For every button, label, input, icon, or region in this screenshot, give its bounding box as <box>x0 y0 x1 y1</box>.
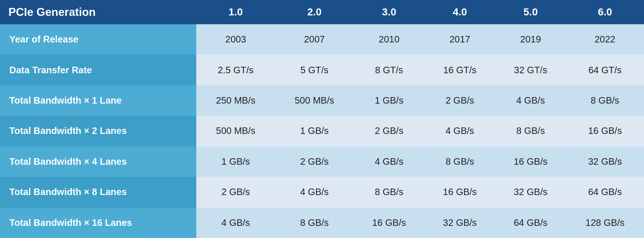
pcie-table-wrapper: PCIe Generation 1.0 2.0 3.0 4.0 5.0 6.0 … <box>0 0 644 238</box>
table-row: Total Bandwidth × 8 Lanes2 GB/s4 GB/s8 G… <box>0 177 644 207</box>
row-value: 2 GB/s <box>424 85 495 116</box>
row-value: 5 GT/s <box>275 55 354 85</box>
row-label: Total Bandwidth × 8 Lanes <box>0 177 196 207</box>
row-value: 2017 <box>424 24 495 55</box>
row-value: 2022 <box>566 24 644 55</box>
header-col-5: 5.0 <box>495 0 566 24</box>
row-value: 2 GB/s <box>196 177 275 207</box>
row-value: 500 MB/s <box>196 116 275 146</box>
row-value: 4 GB/s <box>196 208 275 238</box>
row-value: 4 GB/s <box>354 147 424 177</box>
table-row: Total Bandwidth × 1 Lane250 MB/s500 MB/s… <box>0 85 644 116</box>
row-label: Data Transfer Rate <box>0 55 196 85</box>
row-value: 8 GB/s <box>424 147 495 177</box>
row-value: 2019 <box>495 24 566 55</box>
row-label: Year of Release <box>0 24 196 55</box>
table-row: Data Transfer Rate2.5 GT/s5 GT/s8 GT/s16… <box>0 55 644 85</box>
header-col-1: 1.0 <box>196 0 275 24</box>
row-value: 2.5 GT/s <box>196 55 275 85</box>
row-value: 250 MB/s <box>196 85 275 116</box>
row-value: 1 GB/s <box>275 116 354 146</box>
row-value: 500 MB/s <box>275 85 354 116</box>
row-value: 8 GB/s <box>566 85 644 116</box>
row-value: 2 GB/s <box>354 116 424 146</box>
row-value: 8 GT/s <box>354 55 424 85</box>
row-value: 32 GT/s <box>495 55 566 85</box>
table-row: Total Bandwidth × 2 Lanes500 MB/s1 GB/s2… <box>0 116 644 146</box>
row-value: 16 GT/s <box>424 55 495 85</box>
row-value: 2007 <box>275 24 354 55</box>
table-row: Total Bandwidth × 4 Lanes1 GB/s2 GB/s4 G… <box>0 147 644 177</box>
row-value: 64 GB/s <box>495 208 566 238</box>
row-value: 2 GB/s <box>275 147 354 177</box>
header-col-2: 2.0 <box>275 0 354 24</box>
row-value: 64 GT/s <box>566 55 644 85</box>
row-value: 128 GB/s <box>566 208 644 238</box>
header-row: PCIe Generation 1.0 2.0 3.0 4.0 5.0 6.0 <box>0 0 644 24</box>
row-label: Total Bandwidth × 16 Lanes <box>0 208 196 238</box>
row-value: 4 GB/s <box>275 177 354 207</box>
row-value: 4 GB/s <box>424 116 495 146</box>
row-value: 16 GB/s <box>354 208 424 238</box>
header-col-6: 6.0 <box>566 0 644 24</box>
row-value: 16 GB/s <box>495 147 566 177</box>
row-value: 32 GB/s <box>424 208 495 238</box>
row-value: 32 GB/s <box>495 177 566 207</box>
row-value: 2003 <box>196 24 275 55</box>
table-row: Year of Release200320072010201720192022 <box>0 24 644 55</box>
row-value: 8 GB/s <box>354 177 424 207</box>
header-col-generation: PCIe Generation <box>0 0 196 24</box>
header-col-4: 4.0 <box>424 0 495 24</box>
row-value: 8 GB/s <box>275 208 354 238</box>
row-value: 16 GB/s <box>424 177 495 207</box>
row-value: 16 GB/s <box>566 116 644 146</box>
row-value: 64 GB/s <box>566 177 644 207</box>
row-value: 8 GB/s <box>495 116 566 146</box>
row-label: Total Bandwidth × 1 Lane <box>0 85 196 116</box>
pcie-comparison-table: PCIe Generation 1.0 2.0 3.0 4.0 5.0 6.0 … <box>0 0 644 238</box>
row-value: 1 GB/s <box>354 85 424 116</box>
row-value: 32 GB/s <box>566 147 644 177</box>
table-row: Total Bandwidth × 16 Lanes4 GB/s8 GB/s16… <box>0 208 644 238</box>
row-value: 4 GB/s <box>495 85 566 116</box>
row-value: 2010 <box>354 24 424 55</box>
row-label: Total Bandwidth × 2 Lanes <box>0 116 196 146</box>
header-col-3: 3.0 <box>354 0 424 24</box>
row-value: 1 GB/s <box>196 147 275 177</box>
row-label: Total Bandwidth × 4 Lanes <box>0 147 196 177</box>
